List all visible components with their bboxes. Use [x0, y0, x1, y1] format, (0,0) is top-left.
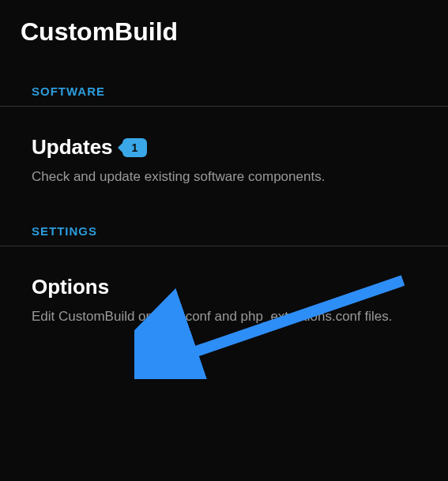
item-desc-options: Edit CustomBuild options.conf and php_ex… [32, 307, 448, 326]
section-software: SOFTWARE Updates 1 Check and update exis… [0, 85, 448, 186]
item-title-row: Options [32, 275, 448, 299]
item-title-row: Updates 1 [32, 135, 448, 160]
item-desc-updates: Check and update existing software compo… [32, 167, 448, 186]
page-title: CustomBuild [0, 0, 448, 47]
updates-count-badge: 1 [122, 138, 148, 157]
item-title-updates: Updates [32, 135, 113, 160]
item-title-options: Options [32, 275, 109, 299]
item-options[interactable]: Options Edit CustomBuild options.conf an… [0, 246, 448, 326]
section-header-software: SOFTWARE [0, 85, 448, 107]
section-settings: SETTINGS Options Edit CustomBuild option… [0, 224, 448, 326]
section-header-settings: SETTINGS [0, 224, 448, 246]
item-updates[interactable]: Updates 1 Check and update existing soft… [0, 107, 448, 186]
